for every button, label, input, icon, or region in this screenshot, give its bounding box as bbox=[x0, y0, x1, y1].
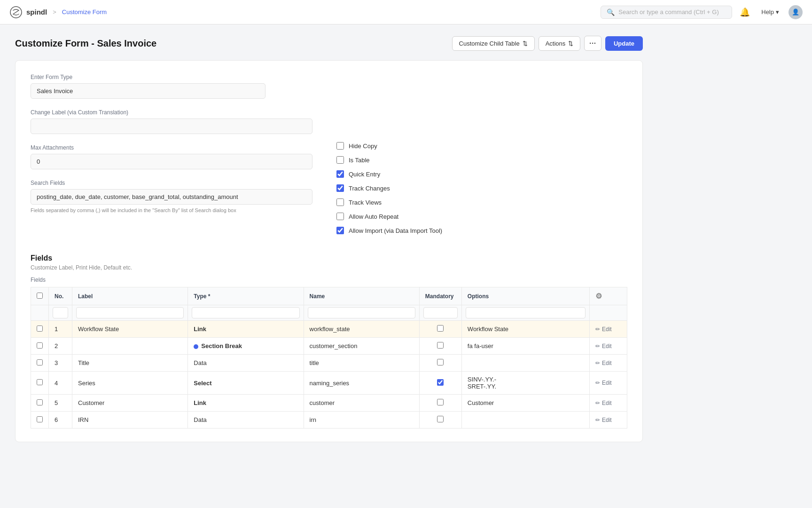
customize-child-table-label: Customize Child Table bbox=[459, 40, 520, 47]
row-edit-button[interactable]: ✏ Edit bbox=[595, 380, 612, 386]
is-table-checkbox[interactable] bbox=[336, 156, 344, 164]
row-options: Customer bbox=[461, 395, 589, 412]
row-mandatory-checkbox[interactable] bbox=[437, 325, 444, 332]
is-table-row: Is Table bbox=[336, 156, 627, 164]
edit-pencil-icon: ✏ bbox=[595, 417, 600, 423]
row-checkbox-cell bbox=[31, 412, 49, 429]
allow-auto-repeat-label: Allow Auto Repeat bbox=[349, 213, 398, 220]
allow-import-checkbox[interactable] bbox=[336, 227, 344, 234]
customize-child-table-button[interactable]: Customize Child Table ⇅ bbox=[452, 36, 535, 51]
row-checkbox[interactable] bbox=[37, 379, 43, 385]
row-number: 1 bbox=[49, 321, 72, 338]
filter-actions-cell bbox=[590, 305, 627, 321]
help-label: Help bbox=[761, 8, 774, 16]
row-checkbox[interactable] bbox=[37, 399, 43, 405]
edit-pencil-icon: ✏ bbox=[595, 400, 600, 406]
section-break-dot-icon bbox=[194, 344, 198, 349]
row-checkbox[interactable] bbox=[37, 359, 43, 365]
row-options: Workflow State bbox=[461, 321, 589, 338]
track-views-label: Track Views bbox=[349, 199, 382, 206]
actions-label: Actions bbox=[546, 40, 566, 47]
row-edit-button[interactable]: ✏ Edit bbox=[595, 400, 612, 406]
row-mandatory-cell bbox=[419, 412, 461, 429]
max-attachments-label: Max Attachments bbox=[31, 144, 312, 151]
row-checkbox[interactable] bbox=[37, 325, 43, 332]
global-search-bar[interactable]: 🔍 Search or type a command (Ctrl + G) bbox=[601, 6, 732, 19]
row-checkbox-cell bbox=[31, 321, 49, 338]
user-avatar[interactable]: 👤 bbox=[789, 5, 803, 19]
row-edit-button[interactable]: ✏ Edit bbox=[595, 360, 612, 366]
allow-auto-repeat-checkbox[interactable] bbox=[336, 213, 344, 220]
table-row: 5CustomerLinkcustomerCustomer✏ Edit bbox=[31, 395, 627, 412]
brand-logo[interactable]: spindl bbox=[9, 6, 47, 19]
quick-entry-checkbox[interactable] bbox=[336, 170, 344, 178]
update-button[interactable]: Update bbox=[605, 36, 643, 51]
actions-button[interactable]: Actions ⇅ bbox=[539, 36, 581, 51]
change-label-field: Change Label (via Custom Translation) bbox=[31, 109, 312, 134]
more-options-button[interactable]: ··· bbox=[584, 36, 601, 51]
filter-label-input[interactable] bbox=[76, 307, 184, 318]
row-label: Series bbox=[72, 372, 188, 395]
row-number: 4 bbox=[49, 372, 72, 395]
filter-options-input[interactable] bbox=[466, 307, 586, 318]
help-button[interactable]: Help ▾ bbox=[757, 7, 783, 17]
row-mandatory-cell bbox=[419, 372, 461, 395]
filter-name-input[interactable] bbox=[308, 307, 415, 318]
row-mandatory-cell bbox=[419, 338, 461, 355]
customize-child-table-chevron-icon: ⇅ bbox=[523, 40, 528, 47]
hide-copy-checkbox[interactable] bbox=[336, 142, 344, 150]
row-number: 2 bbox=[49, 338, 72, 355]
row-edit-cell: ✏ Edit bbox=[590, 338, 627, 355]
row-number: 6 bbox=[49, 412, 72, 429]
actions-chevron-icon: ⇅ bbox=[568, 40, 573, 47]
row-mandatory-checkbox[interactable] bbox=[437, 342, 444, 349]
row-mandatory-checkbox[interactable] bbox=[437, 379, 444, 386]
row-field-name: customer_section bbox=[304, 338, 419, 355]
filter-type-input[interactable] bbox=[192, 307, 299, 318]
page-actions: Customize Child Table ⇅ Actions ⇅ ··· Up… bbox=[452, 36, 643, 51]
row-mandatory-cell bbox=[419, 395, 461, 412]
main-card: Enter Form Type Change Label (via Custom… bbox=[15, 60, 643, 442]
row-edit-button[interactable]: ✏ Edit bbox=[595, 326, 612, 333]
breadcrumb-page[interactable]: Customize Form bbox=[62, 8, 107, 16]
row-edit-button[interactable]: ✏ Edit bbox=[595, 343, 612, 349]
filter-checkbox-cell bbox=[31, 305, 49, 321]
table-settings-icon[interactable]: ⚙ bbox=[595, 292, 602, 300]
row-options: SINV-.YY.-SRET-.YY. bbox=[461, 372, 589, 395]
allow-import-label: Allow Import (via Data Import Tool) bbox=[349, 227, 442, 234]
track-changes-checkbox[interactable] bbox=[336, 184, 344, 192]
row-edit-cell: ✏ Edit bbox=[590, 355, 627, 372]
th-name: Name bbox=[304, 287, 419, 305]
brand-name: spindl bbox=[26, 8, 47, 16]
row-checkbox[interactable] bbox=[37, 416, 43, 422]
row-type: Link bbox=[188, 395, 304, 412]
search-fields-field: Search Fields Fields separated by comma … bbox=[31, 180, 312, 213]
filter-mandatory-input[interactable] bbox=[423, 307, 458, 318]
row-label: IRN bbox=[72, 412, 188, 429]
row-mandatory-cell bbox=[419, 355, 461, 372]
table-row: 3TitleDatatitle✏ Edit bbox=[31, 355, 627, 372]
filter-no-input[interactable] bbox=[53, 307, 68, 318]
filter-no-cell bbox=[49, 305, 72, 321]
form-type-input[interactable] bbox=[31, 83, 265, 99]
row-edit-button[interactable]: ✏ Edit bbox=[595, 417, 612, 423]
row-mandatory-checkbox[interactable] bbox=[437, 416, 444, 422]
search-fields-input[interactable] bbox=[31, 189, 312, 205]
max-attachments-input[interactable] bbox=[31, 154, 312, 169]
fields-table: No. Label Type * Name Mandatory Options … bbox=[31, 287, 627, 429]
th-no: No. bbox=[49, 287, 72, 305]
th-mandatory: Mandatory bbox=[419, 287, 461, 305]
row-mandatory-checkbox[interactable] bbox=[437, 399, 444, 405]
change-label-input[interactable] bbox=[31, 119, 312, 134]
notifications-button[interactable]: 🔔 bbox=[738, 5, 752, 19]
row-checkbox-cell bbox=[31, 372, 49, 395]
select-all-checkbox[interactable] bbox=[37, 293, 43, 299]
more-options-icon: ··· bbox=[589, 40, 596, 47]
row-edit-cell: ✏ Edit bbox=[590, 412, 627, 429]
row-mandatory-checkbox[interactable] bbox=[437, 359, 444, 365]
track-views-checkbox[interactable] bbox=[336, 198, 344, 206]
th-options: Options bbox=[461, 287, 589, 305]
row-checkbox[interactable] bbox=[37, 342, 43, 349]
table-filter-row bbox=[31, 305, 627, 321]
row-type: Section Break bbox=[188, 338, 304, 355]
